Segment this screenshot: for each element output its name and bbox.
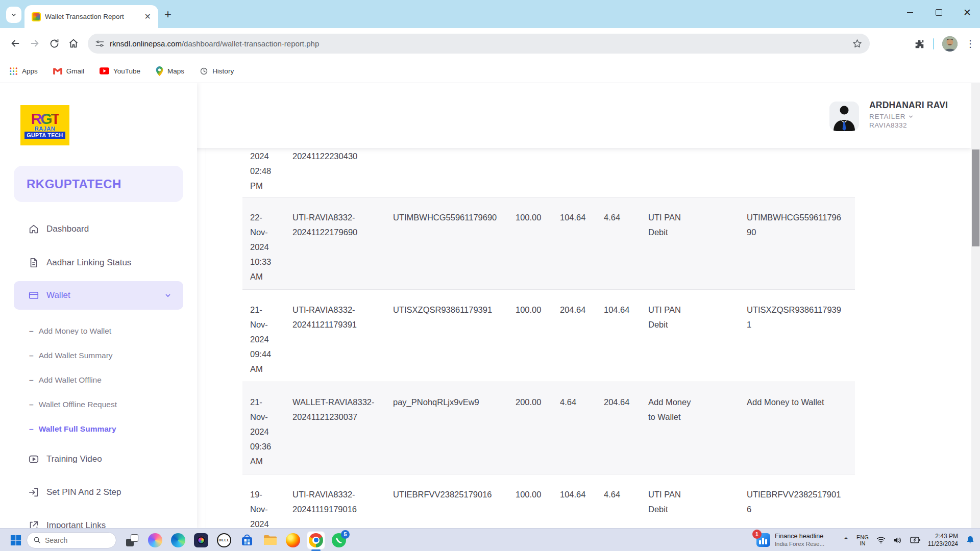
taskbar-tray: 1 Finance headline India Forex Rese... ⌃…	[756, 529, 975, 551]
table-cell: 100.00	[516, 474, 560, 528]
bookmark-apps[interactable]: Apps	[9, 67, 38, 76]
table-cell	[747, 148, 855, 197]
photos-app-button[interactable]	[192, 532, 210, 549]
bookmark-maps[interactable]: Maps	[156, 66, 184, 76]
table-cell: UTI PAN Debit	[648, 197, 747, 289]
profile-avatar[interactable]	[942, 36, 958, 52]
youtube-icon	[100, 67, 109, 74]
sidebar-subitem-add-money-to-wallet[interactable]: –Add Money to Wallet	[29, 323, 182, 339]
table-cell	[516, 148, 560, 197]
minimize-button[interactable]	[904, 7, 916, 18]
volume-icon[interactable]	[893, 536, 902, 544]
user-info[interactable]: ARDHANARI RAVI RETAILER RAVIA8332	[869, 100, 948, 129]
edge-button[interactable]	[169, 532, 187, 549]
sidebar-item-label: Training Video	[46, 454, 102, 464]
user-role-row[interactable]: RETAILER	[869, 113, 948, 120]
sidebar-item-dashboard[interactable]: Dashboard	[14, 219, 183, 239]
tab-close-icon[interactable]: ✕	[142, 12, 153, 21]
sidebar-subitem-add-wallet-offline[interactable]: –Add Wallet Offline	[29, 372, 182, 388]
chevron-down-icon	[908, 113, 914, 120]
copilot-button[interactable]	[146, 532, 164, 549]
sidebar-subitem-add-wallet-summary[interactable]: –Add Wallet Summary	[29, 348, 182, 363]
site-favicon	[32, 12, 41, 21]
home-button[interactable]	[65, 35, 82, 52]
reload-icon	[49, 38, 60, 49]
sidebar-subitem-wallet-offline-request[interactable]: –Wallet Offline Request	[29, 397, 182, 412]
edge-icon	[171, 533, 185, 547]
search-input[interactable]	[45, 536, 106, 544]
forward-arrow-icon	[29, 38, 40, 49]
tab-title: Wallet Transaction Report	[45, 13, 138, 20]
profile-photo	[942, 36, 958, 52]
close-button[interactable]: ✕	[962, 7, 973, 18]
table-row: 22-Nov-2024 10:33 AMUTI-RAVIA8332-202411…	[242, 197, 855, 290]
battery-icon[interactable]	[910, 536, 920, 544]
wifi-icon[interactable]	[876, 536, 886, 544]
bookmark-youtube[interactable]: YouTube	[100, 67, 140, 75]
sidebar-item-label: Important Links	[46, 520, 106, 528]
table-cell: 4.64	[604, 474, 648, 528]
table-cell	[604, 148, 648, 197]
windows-start-button[interactable]	[7, 532, 24, 549]
scrollbar-thumb[interactable]	[972, 149, 979, 246]
sidebar-subitem-wallet-full-summary[interactable]: –Wallet Full Summary	[29, 421, 182, 437]
url-path: /dashboard/wallet-transaction-report.php	[182, 39, 319, 48]
ms-store-button[interactable]	[238, 532, 256, 549]
main-content: 2024 02:48 PM2024112223043022-Nov-2024 1…	[197, 148, 971, 528]
bookmark-label: Maps	[167, 67, 184, 75]
tray-chevron-icon[interactable]: ⌃	[843, 536, 849, 544]
dash-bullet: –	[29, 424, 34, 434]
bookmark-history[interactable]: History	[200, 67, 234, 76]
menu-dots-icon[interactable]: ⋮	[966, 38, 975, 49]
sidebar-item-label: Dashboard	[46, 224, 89, 234]
extensions-icon[interactable]	[914, 38, 925, 49]
language-indicator[interactable]: ENG IN	[856, 534, 869, 546]
sidebar-item-wallet[interactable]: Wallet	[14, 281, 183, 310]
news-widget-icon: 1	[756, 533, 770, 547]
table-cell: 104.64	[560, 197, 604, 289]
clock[interactable]: 2:43 PM 11/23/2024	[928, 533, 958, 548]
tab-search-button[interactable]	[6, 7, 21, 23]
taskbar-search[interactable]	[27, 532, 116, 548]
sidebar-item-training-video[interactable]: Training Video	[14, 449, 183, 469]
news-widget[interactable]: 1 Finance headline India Forex Rese...	[756, 533, 824, 547]
sidebar-item-aadhar-linking-status[interactable]: Aadhar Linking Status	[14, 253, 183, 273]
bookmark-star-icon[interactable]	[852, 38, 863, 49]
new-tab-button[interactable]: +	[164, 7, 172, 21]
bookmark-label: YouTube	[113, 67, 140, 75]
table-cell: 100.00	[516, 290, 560, 382]
user-avatar[interactable]	[829, 102, 859, 131]
chevron-down-icon	[164, 291, 172, 299]
reload-button[interactable]	[46, 35, 62, 52]
file-explorer-button[interactable]	[261, 532, 279, 549]
url-bar[interactable]: rknsdl.onlinepsa.com/dashboard/wallet-tr…	[88, 34, 870, 54]
browser-tabstrip: Wallet Transaction Report ✕ + ✕	[0, 0, 980, 28]
whatsapp-button[interactable]: 5	[330, 532, 348, 549]
dell-app-button[interactable]: DELL	[215, 532, 233, 549]
browser-toolbar: rknsdl.onlinepsa.com/dashboard/wallet-tr…	[0, 28, 980, 59]
table-cell	[393, 148, 516, 197]
external-link-icon	[28, 520, 39, 528]
chrome-button[interactable]	[307, 532, 325, 549]
page: ARDHANARI RAVI RETAILER RAVIA8332 2024 0…	[0, 83, 980, 528]
home-icon	[68, 38, 79, 49]
notification-bell-icon[interactable]	[966, 535, 975, 545]
dash-bullet: –	[29, 375, 34, 385]
sidebar-item-set-pin[interactable]: Set PIN And 2 Step	[14, 482, 183, 503]
bookmark-gmail[interactable]: Gmail	[53, 67, 84, 75]
brand-button[interactable]: RKGUPTATECH	[14, 166, 183, 202]
maximize-button[interactable]	[933, 7, 944, 18]
photos-app-icon	[194, 533, 208, 547]
forward-button[interactable]	[27, 35, 43, 52]
task-view-button[interactable]	[124, 532, 141, 549]
table-cell: 21-Nov-2024 09:44 AM	[250, 290, 292, 382]
browser-tab[interactable]: Wallet Transaction Report ✕	[24, 5, 158, 28]
firefox-button[interactable]	[284, 532, 302, 549]
brand-name: RKGUPTATECH	[27, 177, 121, 191]
sidebar-item-important-links[interactable]: Important Links	[14, 515, 183, 528]
page-scrollbar[interactable]	[971, 83, 980, 528]
tray-time: 2:43 PM	[928, 533, 958, 540]
user-role: RETAILER	[869, 113, 905, 120]
back-button[interactable]	[7, 35, 23, 52]
subitem-label: Wallet Full Summary	[39, 424, 116, 434]
